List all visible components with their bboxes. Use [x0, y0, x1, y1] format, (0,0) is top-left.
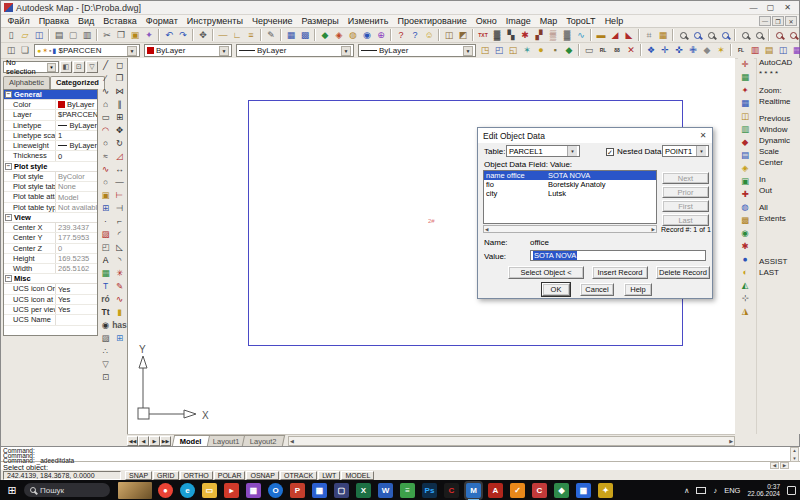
star-tool-icon[interactable]: ✱ — [738, 240, 752, 253]
orange-check-app-icon[interactable]: ✓ — [510, 483, 525, 498]
walk-icon[interactable]: ▥ — [738, 123, 752, 136]
property-row[interactable]: Plot style tableNone — [4, 182, 97, 192]
property-row[interactable]: Center X239.3437 — [4, 223, 97, 233]
polyline-icon[interactable]: ∿ — [99, 85, 112, 98]
3d-views-icon[interactable]: ▦ — [738, 97, 752, 110]
visual-styles-icon[interactable]: ▤ — [738, 149, 752, 162]
help-icon[interactable]: ? — [394, 29, 408, 42]
open-icon[interactable]: ▱ — [18, 29, 32, 42]
floppy-app-icon[interactable]: ▢ — [334, 483, 349, 498]
clock[interactable]: 0:37 22.06.2024 — [747, 483, 780, 497]
red-pencil-icon[interactable]: ✎ — [113, 280, 126, 293]
map-export-icon[interactable]: ◍ — [346, 29, 360, 42]
quick-select-button[interactable]: ▽ — [86, 61, 98, 73]
explode-icon[interactable]: ✳ — [113, 267, 126, 280]
toggle-lwt[interactable]: LWT — [318, 471, 340, 480]
green-app-icon[interactable]: ◆ — [554, 483, 569, 498]
layer-state-save-icon[interactable]: ◫ — [442, 29, 456, 42]
layer-off-icon[interactable]: ● — [534, 44, 548, 57]
workspace-toggle-icon[interactable]: ❏ — [18, 44, 32, 57]
spline-icon[interactable]: ∿ — [99, 163, 112, 176]
regen-icon[interactable]: ▦ — [738, 71, 752, 84]
red-point-marker[interactable]: 2# — [428, 218, 435, 224]
copy-object-icon[interactable]: ❐ — [113, 72, 126, 85]
undo-icon[interactable]: ↶ — [162, 29, 176, 42]
command-hscrollbar[interactable]: ◀▶ — [769, 462, 789, 469]
ortho-tools-icon[interactable]: ≡ — [244, 29, 258, 42]
ellipse-icon[interactable]: ○ — [99, 176, 112, 189]
property-row[interactable]: Plot table attachModel — [4, 192, 97, 202]
menu-item-8[interactable]: Изменить — [343, 16, 393, 26]
map-query-add-icon[interactable]: ▥ — [748, 44, 762, 57]
redraw-icon[interactable]: ✛ — [738, 58, 752, 71]
nested-table-combo[interactable]: POINT1 ▼ — [662, 145, 709, 157]
line-icon[interactable]: ╱ — [99, 59, 112, 72]
next-button[interactable]: Next — [662, 172, 709, 184]
table-combo[interactable]: PARCEL1 ▼ — [506, 145, 580, 157]
construction-line-icon[interactable]: ∕ — [99, 72, 112, 85]
insert-block-icon[interactable]: ▣ — [99, 189, 112, 202]
property-row[interactable]: LinetypeByLayer — [4, 121, 97, 131]
property-value[interactable]: None — [56, 182, 97, 191]
make-layer-current-icon[interactable]: ◳ — [478, 44, 492, 57]
half-tool-icon[interactable]: ◐ — [738, 266, 752, 279]
move-icon[interactable]: ✥ — [113, 124, 126, 137]
horizontal-scrollbar[interactable]: ◀▶ — [288, 436, 735, 446]
first-tab-icon[interactable]: ◀◀ — [127, 436, 138, 446]
speaker-icon[interactable]: ♪ — [713, 486, 717, 495]
lock-gold-icon[interactable]: ▮ — [113, 306, 126, 319]
revision-cloud-icon[interactable]: ≈ — [99, 150, 112, 163]
fillet-icon[interactable]: ◝ — [113, 254, 126, 267]
ok-button[interactable]: OK — [542, 283, 570, 296]
render-region-icon[interactable]: ◈ — [738, 162, 752, 175]
chrome-icon[interactable]: ● — [158, 483, 173, 498]
file-explorer-icon[interactable]: ▭ — [202, 483, 217, 498]
last-tab-icon[interactable]: ▶▶ — [160, 436, 171, 446]
topolt-ruler-icon[interactable]: ▬ — [594, 29, 608, 42]
property-value[interactable]: Yes — [56, 284, 97, 293]
toggle-snap[interactable]: SNAP — [125, 471, 152, 480]
property-row[interactable]: Center Y177.5953 — [4, 233, 97, 243]
stretch-icon[interactable]: ↔ — [113, 163, 126, 176]
property-row[interactable]: UCS icon at origYes — [4, 295, 97, 305]
property-value[interactable]: 0 — [56, 244, 97, 253]
acrobat-icon[interactable]: A — [488, 483, 503, 498]
edge-icon[interactable]: e — [180, 483, 195, 498]
comodo-icon[interactable]: C — [444, 483, 459, 498]
map-query-icon[interactable]: ◆ — [318, 29, 332, 42]
text-small-icon[interactable]: Tt — [99, 306, 112, 319]
language-indicator[interactable]: ENG — [724, 486, 740, 495]
tab-categorized[interactable]: Categorized — [50, 76, 105, 89]
table-insert-icon[interactable]: ▦ — [656, 29, 670, 42]
screen-menu-item-out[interactable]: Out — [757, 186, 800, 197]
property-value[interactable] — [56, 315, 97, 324]
map-book-icon[interactable]: ▦ — [790, 44, 800, 57]
has-label-icon[interactable]: has — [113, 319, 126, 332]
wallpaper-thumbnail[interactable] — [118, 482, 152, 499]
property-row[interactable]: LineweightByLayer — [4, 141, 97, 151]
property-value[interactable]: Model — [56, 192, 97, 201]
mapping-icon[interactable]: ◍ — [738, 201, 752, 214]
named-views-icon[interactable]: ✦ — [738, 84, 752, 97]
chevron-down-icon[interactable]: ▼ — [47, 63, 56, 72]
linetype-combo[interactable]: ByLayer ▼ — [236, 44, 354, 57]
trim-icon[interactable]: ⊢ — [113, 189, 126, 202]
chevron-down-icon[interactable]: ▼ — [463, 46, 473, 56]
map-explorer-icon[interactable]: ◫ — [4, 44, 18, 57]
green-doc-app-icon[interactable]: ≡ — [400, 483, 415, 498]
cursor-box-icon[interactable]: ⊡ — [99, 371, 112, 384]
zoom-all-icon[interactable] — [772, 29, 786, 42]
property-row[interactable]: ColorByLayer — [4, 100, 97, 110]
close-button[interactable]: ✕ — [779, 2, 796, 14]
dialog-title-bar[interactable]: Edit Object Data ✕ — [478, 128, 712, 143]
screen-menu-item-realtime[interactable]: Realtime — [757, 97, 800, 108]
delete-record-button[interactable]: Delete Record — [656, 266, 710, 279]
menu-item-7[interactable]: Размеры — [297, 16, 343, 26]
insert-record-button[interactable]: Insert Record — [592, 266, 648, 279]
plus-small-icon[interactable]: ⊹ — [738, 292, 752, 305]
zoom-realtime-icon[interactable] — [676, 29, 690, 42]
view-top-icon[interactable]: ❖ — [644, 44, 658, 57]
screen-menu-item-all[interactable]: All — [757, 203, 800, 214]
last-button[interactable]: Last — [662, 214, 709, 226]
fl-tool-icon[interactable]: FL — [734, 44, 748, 57]
